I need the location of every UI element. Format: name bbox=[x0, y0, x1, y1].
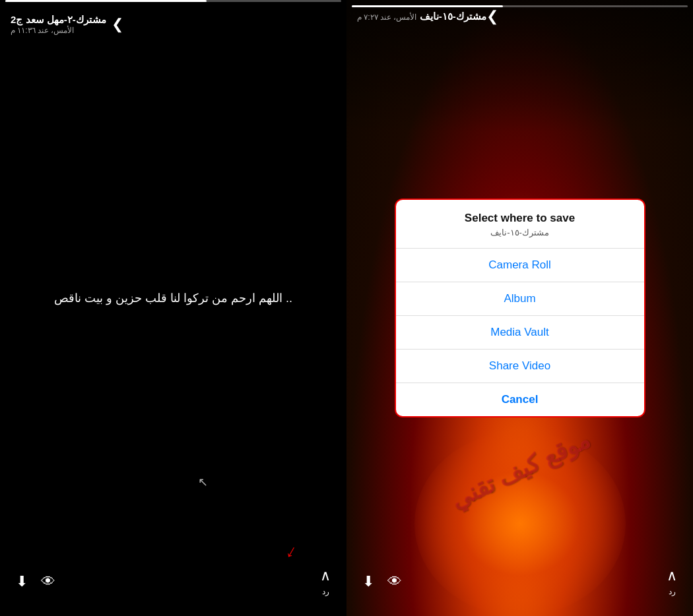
left-reply-action[interactable]: ∧ رد bbox=[320, 567, 331, 596]
album-label: Album bbox=[504, 292, 535, 305]
left-story-time: الأمس، عند ١١:٣٦ م bbox=[11, 26, 74, 35]
left-bottom-bar: ∧ رد 👁 ⬇ bbox=[0, 557, 346, 616]
camera-roll-label: Camera Roll bbox=[488, 259, 550, 271]
cancel-label: Cancel bbox=[502, 393, 539, 406]
left-progress-bar bbox=[5, 0, 341, 2]
left-chevron-up-icon: ∧ bbox=[320, 567, 331, 584]
left-story-info: مشترك-٢-مهل سعد ج2 الأمس، عند ١١:٣٦ م bbox=[11, 14, 106, 35]
dialog-title: Select where to save bbox=[407, 212, 634, 225]
left-reply-label: رد bbox=[322, 587, 329, 596]
media-vault-option[interactable]: Media Vault bbox=[396, 316, 644, 350]
dialog-overlay: Select where to save مشترك-١٥-نايف Camer… bbox=[346, 0, 693, 616]
media-vault-label: Media Vault bbox=[490, 326, 549, 338]
share-video-label: Share Video bbox=[489, 359, 550, 372]
left-content-area: .. اللهم ارحم من تركوا لنا قلب حزين و بي… bbox=[0, 40, 346, 557]
share-video-option[interactable]: Share Video bbox=[396, 350, 644, 383]
left-chevron-icon[interactable]: ❯ bbox=[112, 16, 123, 33]
left-panel: ❯ مشترك-٢-مهل سعد ج2 الأمس، عند ١١:٣٦ م … bbox=[0, 0, 346, 616]
left-eye-action[interactable]: 👁 bbox=[41, 573, 55, 590]
left-download-action[interactable]: ⬇ bbox=[16, 573, 28, 590]
left-eye-icon: 👁 bbox=[41, 573, 55, 590]
left-download-icon: ⬇ bbox=[16, 573, 28, 590]
right-panel: ❯ مشترك-١٥-نايف الأمس، عند ٧:٢٧ م موقع ك… bbox=[346, 0, 693, 616]
album-option[interactable]: Album bbox=[396, 282, 644, 316]
left-story-title: مشترك-٢-مهل سعد ج2 bbox=[11, 14, 106, 26]
cursor-indicator: ↖ bbox=[198, 475, 208, 489]
save-dialog: Select where to save مشترك-١٥-نايف Camer… bbox=[395, 199, 645, 417]
camera-roll-option[interactable]: Camera Roll bbox=[396, 249, 644, 282]
dialog-subtitle: مشترك-١٥-نايف bbox=[407, 228, 634, 244]
left-top-bar: ❯ مشترك-٢-مهل سعد ج2 الأمس، عند ١١:٣٦ م bbox=[0, 6, 346, 40]
arabic-text: .. اللهم ارحم من تركوا لنا قلب حزين و بي… bbox=[54, 288, 292, 309]
cancel-option[interactable]: Cancel bbox=[396, 383, 644, 416]
dialog-header: Select where to save مشترك-١٥-نايف bbox=[396, 200, 644, 249]
